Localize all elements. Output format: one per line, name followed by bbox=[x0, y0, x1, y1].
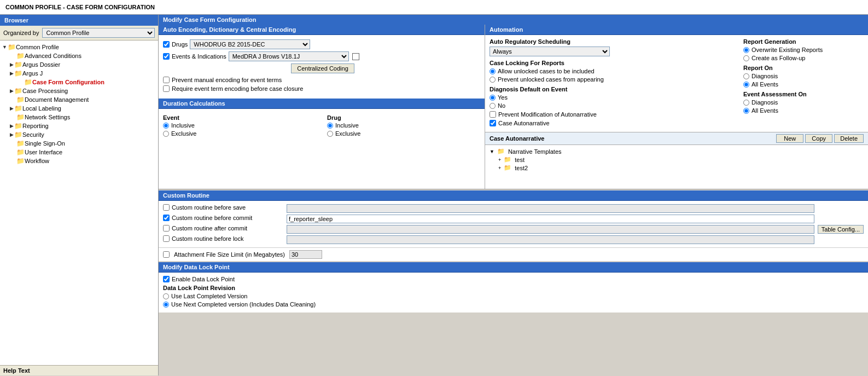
drug-inclusive-radio[interactable] bbox=[327, 123, 333, 129]
case-autonarrative-checkbox[interactable] bbox=[490, 120, 496, 126]
tree-label: Common Profile bbox=[16, 44, 59, 50]
copy-button[interactable]: Copy bbox=[805, 134, 832, 143]
before-lock-input[interactable] bbox=[287, 235, 814, 244]
before-lock-checkbox[interactable] bbox=[163, 235, 170, 242]
prevent-manual-checkbox[interactable] bbox=[163, 77, 170, 83]
sidebar-item-user-interface[interactable]: 📁User Interface bbox=[0, 148, 158, 157]
sidebar-item-network-settings[interactable]: 📁Network Settings bbox=[0, 113, 158, 122]
drug-exclusive-radio[interactable] bbox=[327, 131, 333, 137]
diag-no-radio[interactable] bbox=[490, 103, 496, 109]
folder-icon: 📁 bbox=[16, 148, 25, 156]
folder-icon: 📁 bbox=[14, 70, 22, 77]
create-followup-label: Create as Follow-up bbox=[752, 55, 805, 61]
folder-icon: 📁 bbox=[16, 96, 25, 103]
use-last-radio[interactable] bbox=[163, 293, 169, 299]
evt-diagnosis-radio[interactable] bbox=[743, 100, 749, 106]
diagnosis-default-label: Diagnosis Default on Event bbox=[490, 86, 732, 92]
table-config-button[interactable]: Table Config... bbox=[818, 225, 864, 234]
nt-expand-icon: ▼ bbox=[490, 149, 494, 154]
sidebar-item-security[interactable]: ▶📁Security bbox=[0, 130, 158, 139]
sidebar-item-local-labeling[interactable]: ▶📁Local Labeling bbox=[0, 104, 158, 113]
test2-expand-icon: + bbox=[498, 165, 501, 171]
narrative-templates-item[interactable]: ▼ 📁 Narrative Templates bbox=[490, 147, 864, 155]
evt-all-events-radio[interactable] bbox=[743, 108, 749, 114]
require-event-checkbox[interactable] bbox=[163, 85, 170, 92]
attachment-checkbox[interactable] bbox=[163, 251, 170, 258]
tree-label: Argus J bbox=[22, 70, 43, 77]
event-exclusive-label: Exclusive bbox=[171, 130, 196, 137]
sidebar-item-common-profile[interactable]: ▼📁Common Profile bbox=[0, 43, 158, 51]
create-followup-radio[interactable] bbox=[743, 55, 749, 61]
use-next-radio[interactable] bbox=[163, 302, 169, 308]
events-extra-checkbox[interactable] bbox=[352, 53, 359, 60]
prevent-unlocked-radio[interactable] bbox=[490, 77, 496, 83]
auto-reg-label: Auto Regulatory Scheduling bbox=[490, 38, 732, 45]
auto-encoding-header: Auto Encoding, Dictionary & Central Enco… bbox=[159, 25, 485, 35]
test2-item[interactable]: + 📁 test2 bbox=[490, 164, 864, 172]
modify-title: Modify Case Form Configuration bbox=[159, 15, 868, 25]
sidebar-item-document-management[interactable]: 📁Document Management bbox=[0, 95, 158, 104]
allow-unlocked-radio[interactable] bbox=[490, 68, 496, 74]
sidebar-item-advanced-conditions[interactable]: 📁Advanced Conditions bbox=[0, 51, 158, 60]
events-checkbox[interactable] bbox=[163, 53, 170, 60]
folder-icon: 📁 bbox=[16, 52, 25, 60]
after-commit-input[interactable] bbox=[287, 225, 814, 234]
sidebar-item-single-sign-on[interactable]: 📁Single Sign-On bbox=[0, 139, 158, 148]
before-commit-input[interactable] bbox=[287, 215, 814, 223]
diag-yes-radio[interactable] bbox=[490, 95, 496, 101]
case-autonarrative-label: Case Autonarrative bbox=[498, 120, 550, 126]
tree-label: Network Settings bbox=[25, 114, 70, 120]
attachment-input[interactable] bbox=[289, 250, 322, 259]
tree-label: Argus Dossier bbox=[22, 61, 60, 68]
sidebar-item-reporting[interactable]: ▶📁Reporting bbox=[0, 122, 158, 130]
report-diagnosis-label: Diagnosis bbox=[752, 73, 778, 79]
prevent-mod-checkbox[interactable] bbox=[490, 111, 496, 118]
content-area: Modify Case Form Configuration Auto Enco… bbox=[159, 15, 868, 375]
centralized-coding-button[interactable]: Centralized Coding bbox=[291, 63, 354, 73]
enable-dlp-checkbox[interactable] bbox=[163, 276, 170, 282]
drugs-checkbox[interactable] bbox=[163, 41, 170, 48]
tree-label: Advanced Conditions bbox=[25, 53, 81, 59]
test-folder-icon: 📁 bbox=[504, 156, 511, 163]
tree-label: Reporting bbox=[22, 123, 49, 129]
before-lock-row: Custom routine before lock bbox=[163, 235, 283, 242]
tree-label: Local Labeling bbox=[22, 105, 61, 112]
after-commit-label: Custom routine after commit bbox=[172, 225, 247, 232]
sidebar-item-argus-dossier[interactable]: ▶📁Argus Dossier bbox=[0, 60, 158, 69]
sidebar-item-case-form-configuration[interactable]: 📁Case Form Configuration bbox=[0, 78, 158, 86]
sidebar-item-workflow[interactable]: 📁Workflow bbox=[0, 157, 158, 165]
before-save-checkbox[interactable] bbox=[163, 204, 170, 211]
drugs-dropdown[interactable]: WHODRUG B2 2015-DEC bbox=[190, 39, 310, 49]
delete-button[interactable]: Delete bbox=[834, 134, 864, 143]
sidebar-item-case-processing[interactable]: ▶📁Case Processing bbox=[0, 86, 158, 95]
dlp-revision-label: Data Lock Point Revision bbox=[163, 285, 864, 291]
before-save-label: Custom routine before save bbox=[172, 204, 246, 211]
sidebar-item-argus-j[interactable]: ▶📁Argus J bbox=[0, 69, 158, 78]
event-exclusive-radio[interactable] bbox=[163, 131, 169, 137]
folder-icon: 📁 bbox=[16, 113, 25, 121]
after-commit-checkbox[interactable] bbox=[163, 225, 170, 232]
tree-area: ▼📁Common Profile📁Advanced Conditions▶📁Ar… bbox=[0, 41, 158, 365]
before-commit-row: Custom routine before commit bbox=[163, 215, 283, 221]
before-save-input[interactable] bbox=[287, 204, 814, 213]
expand-icon: ▶ bbox=[10, 106, 14, 111]
diag-yes-label: Yes bbox=[498, 94, 508, 101]
events-dropdown[interactable]: MedDRA J Brows V18.1J bbox=[229, 51, 349, 61]
sidebar: Browser Organized by Common Profile ▼📁Co… bbox=[0, 15, 159, 375]
attachment-row: Attachment File Size Limit (in Megabytes… bbox=[159, 247, 868, 261]
sidebar-header: Browser bbox=[0, 15, 158, 26]
report-diagnosis-radio[interactable] bbox=[743, 73, 749, 79]
auto-reg-dropdown[interactable]: Always bbox=[490, 47, 610, 56]
data-lock-header: Modify Data Lock Point bbox=[159, 262, 868, 273]
test-item[interactable]: + 📁 test bbox=[490, 155, 864, 164]
report-all-events-radio[interactable] bbox=[743, 82, 749, 88]
after-commit-row: Custom routine after commit bbox=[163, 225, 283, 232]
event-inclusive-radio[interactable] bbox=[163, 123, 169, 129]
event-inclusive-label: Inclusive bbox=[171, 122, 195, 129]
organized-by-select[interactable]: Common Profile bbox=[42, 28, 155, 38]
before-commit-checkbox[interactable] bbox=[163, 215, 170, 221]
tree-label: Case Form Configuration bbox=[32, 79, 104, 85]
new-button[interactable]: New bbox=[776, 134, 803, 143]
drug-exclusive-label: Exclusive bbox=[335, 130, 360, 137]
overwrite-radio[interactable] bbox=[743, 47, 749, 53]
